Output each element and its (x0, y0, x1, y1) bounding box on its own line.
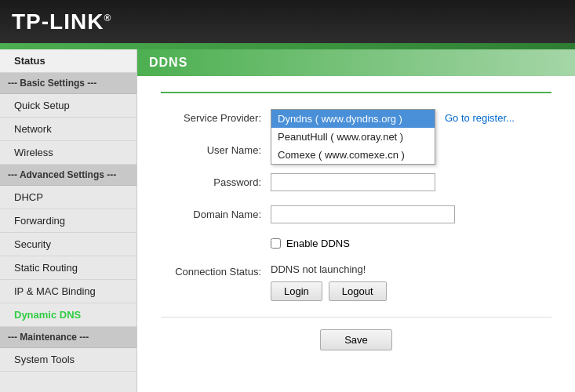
connection-status-row: Connection Status: DDNS not launching! L… (161, 263, 551, 301)
password-control (271, 173, 551, 191)
save-row: Save (161, 317, 551, 350)
sidebar-item-network[interactable]: Network (0, 118, 136, 141)
sidebar-section-basic: --- Basic Settings --- (0, 73, 136, 94)
save-button[interactable]: Save (320, 329, 392, 350)
sidebar-item-quick-setup[interactable]: Quick Setup (0, 94, 136, 118)
dropdown-container: Dyndns ( www.dyndns.org )PeanutHull ( ww… (271, 109, 435, 127)
sidebar-item-static-routing[interactable]: Static Routing (0, 256, 136, 280)
service-provider-row: Service Provider: Dyndns ( www.dyndns.or… (161, 109, 551, 127)
header: TP-LINK® (0, 0, 575, 43)
service-provider-label: Service Provider: (161, 109, 271, 124)
sidebar: Status --- Basic Settings --- Quick Setu… (0, 49, 137, 392)
sidebar-item-security[interactable]: Security (0, 233, 136, 256)
sidebar-item-system-tools[interactable]: System Tools (0, 348, 136, 372)
logo-tm: ® (104, 12, 111, 23)
username-label: User Name: (161, 144, 271, 156)
logo: TP-LINK® (12, 9, 111, 34)
sidebar-item-dynamic-dns[interactable]: Dynamic DNS (0, 303, 136, 327)
sidebar-item-dhcp[interactable]: DHCP (0, 186, 136, 209)
password-input[interactable] (271, 173, 435, 191)
page-title: DDNS (137, 49, 575, 76)
logo-brand: TP-LINK (12, 9, 104, 34)
service-provider-controls: Dyndns ( www.dyndns.org )PeanutHull ( ww… (271, 109, 515, 127)
enable-ddns-row: Enable DDNS (271, 238, 551, 249)
content-area: Service Provider: Dyndns ( www.dyndns.or… (137, 76, 575, 366)
dropdown-option-comexe[interactable]: Comexe ( www.comexe.cn ) (271, 146, 435, 164)
dropdown-option-dyndns[interactable]: Dyndns ( www.dyndns.org ) (271, 110, 435, 128)
connection-status-value: DDNS not launching! (271, 263, 551, 275)
domain-control (271, 205, 551, 223)
sidebar-item-status[interactable]: Status (0, 49, 136, 73)
domain-input[interactable] (271, 205, 455, 223)
header-green-bar (0, 43, 575, 49)
dropdown-option-peanuthull[interactable]: PeanutHull ( www.oray.net ) (271, 128, 435, 146)
sidebar-item-ip-mac-binding[interactable]: IP & MAC Binding (0, 280, 136, 303)
sidebar-item-forwarding[interactable]: Forwarding (0, 209, 136, 233)
login-button[interactable]: Login (271, 281, 322, 301)
password-label: Password: (161, 176, 271, 188)
enable-ddns-label: Enable DDNS (286, 238, 350, 249)
connection-status-label: Connection Status: (161, 263, 271, 278)
main-content: DDNS Service Provider: Dyndns ( www.dynd… (137, 49, 575, 392)
sidebar-section-advanced: --- Advanced Settings --- (0, 165, 136, 186)
sidebar-item-wireless[interactable]: Wireless (0, 141, 136, 165)
register-link[interactable]: Go to register... (445, 109, 515, 124)
connection-status-buttons: Login Logout (271, 281, 551, 301)
enable-ddns-checkbox[interactable] (271, 238, 281, 249)
logout-button[interactable]: Logout (329, 281, 387, 301)
password-row: Password: (161, 173, 551, 191)
top-divider (161, 92, 551, 93)
sidebar-section-maintenance: --- Maintenance --- (0, 327, 136, 348)
dropdown-popup: Dyndns ( www.dyndns.org ) PeanutHull ( w… (271, 109, 435, 165)
connection-status-info: DDNS not launching! Login Logout (271, 263, 551, 301)
main-layout: Status --- Basic Settings --- Quick Setu… (0, 49, 575, 392)
domain-label: Domain Name: (161, 209, 271, 220)
domain-row: Domain Name: (161, 205, 551, 223)
